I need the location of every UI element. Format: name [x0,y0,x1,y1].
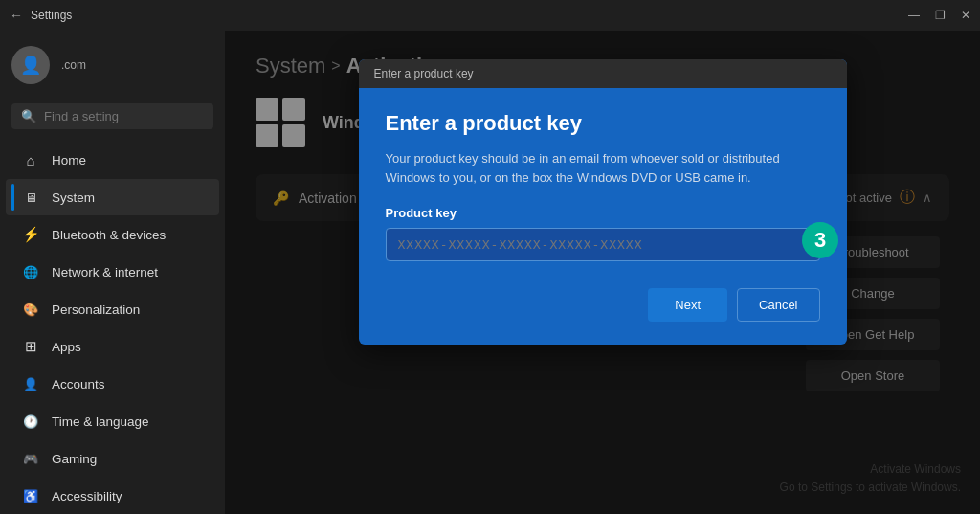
sidebar-label-gaming: Gaming [52,452,97,466]
sidebar-item-gaming[interactable]: Gaming [6,440,219,477]
next-button[interactable]: Next [648,288,727,322]
search-icon: 🔍 [21,109,36,123]
apps-icon [21,337,40,356]
system-icon [21,188,40,207]
time-icon [21,412,40,431]
dialog-header-label: Enter a product key [374,67,474,80]
sidebar-nav: Home System Bluetooth & devices Network … [0,141,225,514]
back-button[interactable]: ← [10,8,23,23]
main-layout: 👤 .com 🔍 Home System Bluetooth & devices… [0,31,980,514]
sidebar-item-personalization[interactable]: Personalization [6,291,219,327]
network-icon [21,262,40,281]
product-key-dialog: Enter a product key Enter a product key … [359,59,847,345]
search-input[interactable] [44,109,204,123]
gaming-icon [21,449,40,468]
dialog-actions: Next Cancel [386,288,820,322]
cancel-button[interactable]: Cancel [737,288,819,322]
dialog-description: Your product key should be in an email f… [386,149,820,187]
accounts-icon [21,374,40,393]
sidebar-item-network[interactable]: Network & internet [6,254,219,290]
avatar: 👤 [11,46,50,84]
sidebar-label-apps: Apps [52,340,81,354]
window-controls: — ❐ ✕ [908,9,970,22]
content-area: System > Activation Windows 11 Pro 🔑 Act… [225,31,980,514]
user-section: 👤 .com [0,31,225,100]
sidebar-item-accessibility[interactable]: Accessibility [6,478,219,514]
product-key-input[interactable] [386,228,820,261]
search-box[interactable]: 🔍 [11,103,213,129]
sidebar-label-personalization: Personalization [52,302,140,317]
sidebar: 👤 .com 🔍 Home System Bluetooth & devices… [0,31,225,514]
sidebar-item-time[interactable]: Time & language [6,403,219,439]
sidebar-item-system[interactable]: System [6,179,219,215]
sidebar-item-apps[interactable]: Apps [6,328,219,365]
dialog-overlay: Enter a product key Enter a product key … [225,31,980,514]
sidebar-item-accounts[interactable]: Accounts [6,366,219,402]
sidebar-label-accounts: Accounts [52,377,105,391]
sidebar-label-home: Home [52,153,86,168]
minimize-button[interactable]: — [908,9,920,22]
dialog-header-bar: Enter a product key [359,59,847,88]
restore-button[interactable]: ❐ [935,9,946,22]
user-email: .com [61,58,86,72]
app-title: Settings [31,9,72,22]
bluetooth-icon [21,225,40,244]
sidebar-label-system: System [52,190,95,205]
sidebar-item-home[interactable]: Home [6,142,219,178]
title-bar-left: ← Settings [10,8,72,23]
sidebar-label-bluetooth: Bluetooth & devices [52,228,166,242]
sidebar-item-bluetooth[interactable]: Bluetooth & devices [6,216,219,253]
home-icon [21,150,40,169]
step-badge: 3 [802,222,838,258]
sidebar-label-accessibility: Accessibility [52,489,122,503]
product-key-label: Product key [386,206,820,220]
dialog-title: Enter a product key [386,111,820,136]
dialog-body: Enter a product key Your product key sho… [359,88,847,345]
accessibility-icon [21,486,40,505]
sidebar-label-time: Time & language [52,414,149,429]
close-button[interactable]: ✕ [961,9,970,22]
personalize-icon [21,300,40,319]
title-bar: ← Settings — ❐ ✕ [0,0,980,31]
sidebar-label-network: Network & internet [52,265,158,279]
